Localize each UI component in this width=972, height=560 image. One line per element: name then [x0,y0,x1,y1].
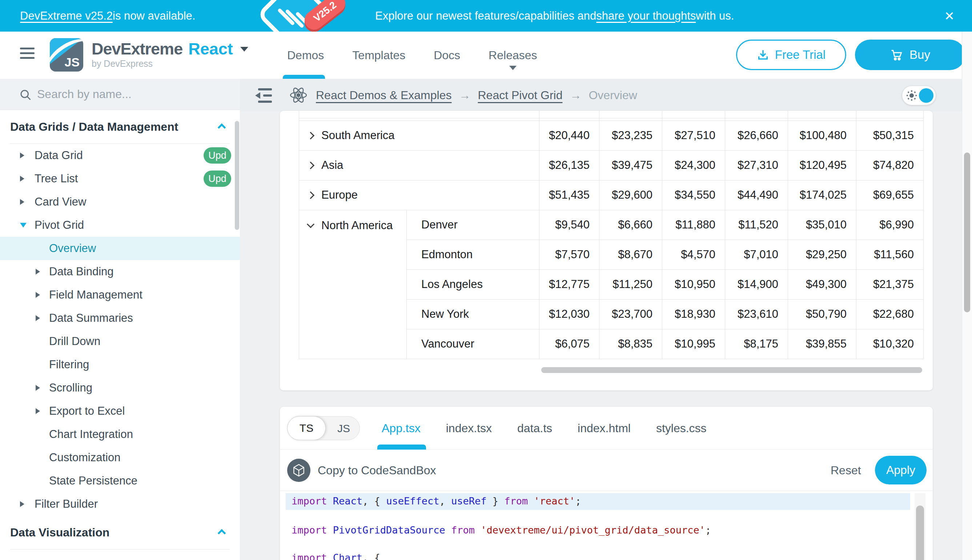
pivot-value-cell: $6,075 [539,329,599,359]
code-scrollbar-thumb[interactable] [916,505,924,560]
window-scrollbar-track[interactable] [962,32,972,560]
nav-releases[interactable]: Releases [489,32,537,79]
pivot-value-cell: $23,610 [725,299,788,329]
updated-badge: Upd [204,171,231,187]
sidebar-item-label: Pivot Grid [35,218,84,232]
devextreme-js-logo[interactable]: JS [50,38,83,72]
file-tab-app-tsx[interactable]: App.tsx [381,422,421,435]
breadcrumb-current: Overview [589,88,637,102]
sidebar-item-label: Card View [35,195,86,208]
sidebar-item-data-binding[interactable]: Data Binding [0,260,240,283]
nav-templates[interactable]: Templates [352,32,405,79]
banner-message: Explore our newest features/capabilities… [375,0,734,32]
search-input[interactable] [37,79,226,110]
pivot-value-cell [857,118,923,120]
code-editor[interactable]: import React, { useEffect, useRef } from… [280,491,933,560]
language-option-ts[interactable]: TS [287,416,326,440]
nav-demos[interactable]: Demos [287,32,324,79]
sidebar-item-label: Scrolling [49,381,92,394]
language-toggle[interactable]: TS JS [287,416,360,440]
theme-toggle-knob[interactable] [919,88,934,103]
main-content: React Demos & Examples → React Pivot Gri… [240,79,962,560]
banner-close-icon[interactable]: ✕ [944,0,955,32]
apply-button[interactable]: Apply [875,456,927,485]
sidebar-item-overview[interactable]: Overview [0,237,240,260]
sidebar-item-filter-builder[interactable]: Filter Builder [0,492,240,516]
pivot-city-header-denver[interactable]: Denver [407,210,539,240]
pivot-value-cell: $18,930 [662,299,725,329]
sidebar-scrollbar-thumb[interactable] [235,121,239,230]
chevron-up-icon [218,123,226,132]
language-option-js[interactable]: JS [337,417,350,440]
react-icon [289,86,308,105]
demo-sidebar: Data Grids / Data Management Data GridUp… [0,79,240,560]
copy-to-codesandbox-button[interactable]: Copy to CodeSandBox [318,450,436,491]
codesandbox-icon[interactable] [287,459,310,482]
code-tabs-row: TS JS App.tsxindex.tsxdata.tsindex.htmls… [280,407,933,450]
pivot-region-header-asia[interactable]: Asia [299,150,539,180]
file-tab-index-tsx[interactable]: index.tsx [446,422,492,435]
sidebar-item-label: Data Grid [35,149,83,162]
pivot-region-header-south-america[interactable]: South America [299,120,539,150]
file-tab-data-ts[interactable]: data.ts [517,422,552,435]
sidebar-item-state-persistence[interactable]: State Persistence [0,469,240,492]
share-thoughts-link[interactable]: share your thoughts [596,10,696,23]
free-trial-button[interactable]: Free Trial [736,40,846,70]
sidebar-item-label: Customization [49,451,120,464]
platform-dropdown-caret-icon[interactable] [240,47,248,52]
sidebar-item-pivot-grid[interactable]: Pivot Grid [0,213,240,237]
nav-docs[interactable]: Docs [434,32,460,79]
banner-announcement-rest: is now available. [113,10,195,23]
brand-block[interactable]: DevExtreme React by DevExpress [92,40,248,69]
sidebar-item-data-grid[interactable]: Data GridUpd [0,144,240,167]
pivot-value-cell: $29,250 [788,240,857,270]
pivot-value-cell: $20,440 [539,120,599,150]
pivot-horizontal-scrollbar-thumb[interactable] [541,367,922,373]
breadcrumb-link-demos[interactable]: React Demos & Examples [316,88,452,102]
section-header-data-visualization[interactable]: Data Visualization [0,516,240,549]
pivot-value-cell: $11,250 [599,270,662,299]
section-divider [10,549,230,550]
pivot-value-cell [857,111,923,118]
hamburger-menu-icon[interactable] [20,48,35,62]
sidebar-item-chart-integration[interactable]: Chart Integration [0,423,240,446]
pivot-region-header-north-america[interactable]: North America [299,210,407,359]
sidebar-item-filtering[interactable]: Filtering [0,353,240,376]
pivot-value-cell: $11,520 [725,210,788,240]
sidebar-item-tree-list[interactable]: Tree ListUpd [0,167,240,190]
pivot-value-cell [599,118,662,120]
brand-platform: React [188,40,233,58]
file-tab-styles-css[interactable]: styles.css [656,422,707,435]
file-tab-index-html[interactable]: index.html [577,422,631,435]
theme-toggle[interactable] [902,86,936,105]
banner-version-link[interactable]: DevExtreme v25.2 [20,10,113,23]
collapse-sidebar-icon[interactable] [254,88,273,103]
pivot-value-cell [788,118,857,120]
window-scrollbar-thumb[interactable] [964,153,970,312]
pivot-value-cell: $10,995 [662,329,725,359]
sidebar-item-data-summaries[interactable]: Data Summaries [0,307,240,330]
sidebar-item-scrolling[interactable]: Scrolling [0,376,240,400]
promo-banner: DevExtreme v25.2 is now available. V25.2… [0,0,972,32]
pivot-value-cell: $8,670 [599,240,662,270]
sidebar-item-field-management[interactable]: Field Management [0,283,240,307]
banner-announcement: DevExtreme v25.2 is now available. [20,0,195,32]
sidebar-item-label: State Persistence [49,474,137,487]
pivot-region-header-europe[interactable]: Europe [299,180,539,210]
sidebar-item-card-view[interactable]: Card View [0,190,240,213]
pivot-city-header-edmonton[interactable]: Edmonton [407,240,539,270]
sidebar-item-drill-down[interactable]: Drill Down [0,330,240,353]
sidebar-item-export-to-excel[interactable]: Export to Excel [0,400,240,423]
pivot-city-header-new-york[interactable]: New York [407,299,539,329]
sidebar-item-label: Filter Builder [35,498,98,511]
pivot-value-cell: $51,435 [539,180,599,210]
buy-button[interactable]: Buy [855,40,965,70]
reset-button[interactable]: Reset [831,450,861,491]
pivot-city-header-vancouver[interactable]: Vancouver [407,329,539,359]
sidebar-item-label: Data Binding [49,265,114,278]
banner-message-post: with us. [696,10,734,23]
section-header-data-grids[interactable]: Data Grids / Data Management [0,110,240,143]
pivot-city-header-los-angeles[interactable]: Los Angeles [407,270,539,299]
breadcrumb-link-pivot-grid[interactable]: React Pivot Grid [478,88,562,102]
sidebar-item-customization[interactable]: Customization [0,446,240,469]
